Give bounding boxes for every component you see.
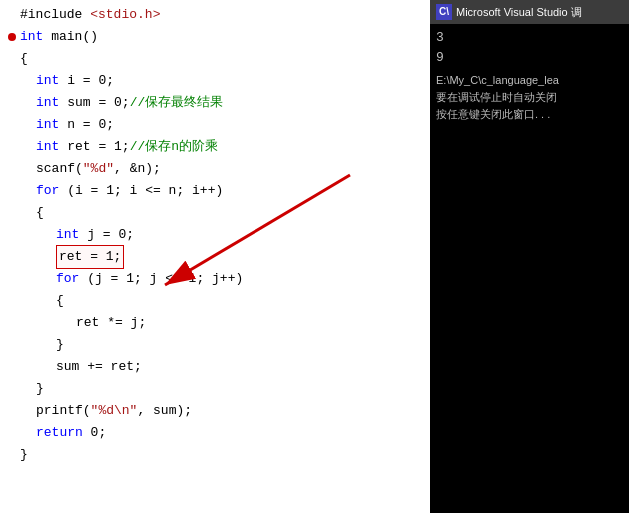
line-15-content: ret *= j; (76, 312, 430, 334)
console-notice-line-2: 要在调试停止时自动关闭 (436, 89, 623, 106)
code-line-10: { (0, 202, 430, 224)
code-line-1: #include <stdio.h> (0, 4, 430, 26)
code-line-19: printf("%d\n", sum); (0, 400, 430, 422)
code-line-14: { (0, 290, 430, 312)
line-18-content: } (36, 378, 430, 400)
line-12-content: ret = 1; (56, 245, 430, 269)
line-19-content: printf("%d\n", sum); (36, 400, 430, 422)
code-line-2: int main() (0, 26, 430, 48)
console-notice-line-1: E:\My_C\c_language_lea (436, 72, 623, 89)
line-4-content: int i = 0; (36, 70, 430, 92)
code-line-15: ret *= j; (0, 312, 430, 334)
code-line-12: ret = 1; (0, 246, 430, 268)
code-line-7: int ret = 1;//保存n的阶乘 (0, 136, 430, 158)
code-line-16: } (0, 334, 430, 356)
console-panel: C\ Microsoft Visual Studio 调 3 9 E:\My_C… (430, 0, 629, 513)
code-line-20: return 0; (0, 422, 430, 444)
console-app-icon: C\ (436, 4, 452, 20)
code-editor: #include <stdio.h> int main() { int i = … (0, 0, 430, 513)
code-line-17: sum += ret; (0, 356, 430, 378)
console-output-line-2: 9 (436, 48, 623, 68)
line-13-content: for (j = 1; j <= i; j++) (56, 268, 430, 290)
line-1-content: #include <stdio.h> (20, 4, 430, 26)
line-8-content: scanf("%d", &n); (36, 158, 430, 180)
highlighted-code: ret = 1; (56, 245, 124, 269)
line-2-content: int main() (20, 26, 430, 48)
line-3-content: { (20, 48, 430, 70)
console-notice: E:\My_C\c_language_lea 要在调试停止时自动关闭 按任意键关… (436, 72, 623, 123)
console-output-line-1: 3 (436, 28, 623, 48)
line-2-indicator (4, 32, 20, 42)
code-line-4: int i = 0; (0, 70, 430, 92)
breakpoint-icon (7, 32, 17, 42)
console-title: Microsoft Visual Studio 调 (456, 3, 582, 21)
line-10-content: { (36, 202, 430, 224)
code-line-9: for (i = 1; i <= n; i++) (0, 180, 430, 202)
line-17-content: sum += ret; (56, 356, 430, 378)
line-21-content: } (20, 444, 430, 466)
line-20-content: return 0; (36, 422, 430, 444)
line-6-content: int n = 0; (36, 114, 430, 136)
code-line-6: int n = 0; (0, 114, 430, 136)
line-16-content: } (56, 334, 430, 356)
code-line-21: } (0, 444, 430, 466)
code-line-5: int sum = 0;//保存最终结果 (0, 92, 430, 114)
line-11-content: int j = 0; (56, 224, 430, 246)
code-line-3: { (0, 48, 430, 70)
svg-point-0 (8, 33, 16, 41)
code-line-11: int j = 0; (0, 224, 430, 246)
line-5-content: int sum = 0;//保存最终结果 (36, 92, 430, 114)
code-line-8: scanf("%d", &n); (0, 158, 430, 180)
code-content: #include <stdio.h> int main() { int i = … (0, 0, 430, 513)
code-line-13: for (j = 1; j <= i; j++) (0, 268, 430, 290)
console-output: 3 9 E:\My_C\c_language_lea 要在调试停止时自动关闭 按… (430, 24, 629, 513)
code-line-18: } (0, 378, 430, 400)
line-9-content: for (i = 1; i <= n; i++) (36, 180, 430, 202)
console-notice-line-3: 按任意键关闭此窗口. . . (436, 106, 623, 123)
console-titlebar: C\ Microsoft Visual Studio 调 (430, 0, 629, 24)
line-14-content: { (56, 290, 430, 312)
line-7-content: int ret = 1;//保存n的阶乘 (36, 136, 430, 158)
